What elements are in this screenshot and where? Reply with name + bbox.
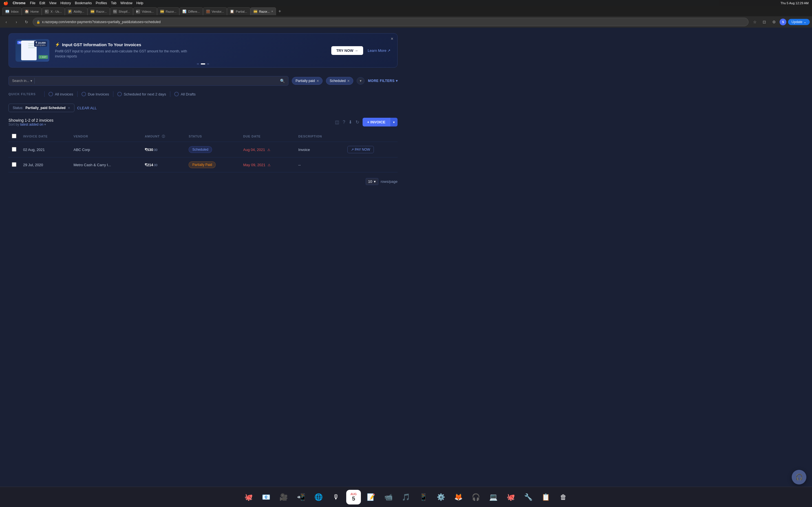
tab-label-differe: Differe... [188, 10, 200, 13]
filter-badge-close-icon[interactable]: × [68, 106, 70, 110]
tab-partial[interactable]: 📋 Partial... [227, 7, 250, 15]
qf-divider-1 [44, 91, 45, 97]
filter-tag-partially-paid[interactable]: Partially paid × [292, 77, 322, 85]
tab-favicon-shopify: 🛍 [113, 10, 117, 13]
tab-razor2[interactable]: 💳 Razor... [157, 7, 180, 15]
tab-videos[interactable]: ▶ Videos... [133, 7, 157, 15]
menu-view[interactable]: View [49, 1, 56, 5]
doc-line-3 [28, 47, 35, 48]
refresh-button[interactable]: ↻ [22, 18, 31, 26]
quick-filter-all-drafts[interactable]: All Drafts [174, 92, 196, 96]
tab-label-razor2: Razor... [166, 10, 176, 13]
address-bar[interactable]: 🔒 x.razorpay.com/vendor-payments?statuse… [33, 18, 406, 26]
tab-favicon-home: 🏠 [25, 10, 29, 13]
row-1-status: Scheduled [185, 142, 240, 158]
menu-edit[interactable]: Edit [40, 1, 45, 5]
browser-toolbar: ‹ › ↻ 🔒 x.razorpay.com/vendor-payments?s… [0, 16, 406, 27]
search-filters-row: Search in... ▾ 🔍 Partially paid × Schedu… [8, 76, 398, 86]
filter-badge-value: Partially_paid Scheduled [26, 106, 65, 110]
row-1-amount-main: ₹530 [145, 148, 153, 152]
tab-x[interactable]: ✕ X - Us... [42, 7, 65, 15]
row-2-amount-main: ₹214 [145, 163, 153, 167]
table-header: INVOICE DATE VENDOR AMOUNT ⓘ STATUS DUE … [8, 131, 398, 142]
table-row: 29 Jul, 2020 Metro Cash & Carry I... ₹21… [8, 158, 398, 172]
notes-icon-button[interactable]: ◫ [335, 119, 339, 125]
menu-tab[interactable]: Tab [111, 1, 116, 5]
search-dropdown[interactable]: Search in... ▾ [12, 79, 32, 83]
tab-razor-active[interactable]: 💳 Razor... × [250, 7, 276, 15]
col-header-vendor: VENDOR [70, 131, 142, 142]
tab-shopify[interactable]: 🛍 Shopif... [110, 7, 133, 15]
quick-filter-due-invoices[interactable]: Due Invoices [82, 92, 109, 96]
help-icon-button[interactable]: ? [343, 120, 345, 125]
lock-icon: 🔒 [36, 20, 40, 24]
col-header-amount: AMOUNT ⓘ [141, 131, 185, 142]
row-2-vendor: Metro Cash & Carry I... [70, 158, 142, 172]
qf-label-due-invoices: Due Invoices [88, 92, 109, 96]
rzp-logo-icon: ⚡ [55, 42, 60, 47]
row-2-invoice-date: 29 Jul, 2020 [20, 158, 70, 172]
add-invoice-dropdown-button[interactable]: ▾ [390, 118, 398, 126]
refresh-icon-button[interactable]: ↻ [356, 119, 359, 125]
menu-bookmarks[interactable]: Bookmarks [75, 1, 92, 5]
tab-inbox[interactable]: 📧 Inbox [2, 7, 22, 15]
menu-file[interactable]: File [30, 1, 35, 5]
sort-value-link[interactable]: latest added on [20, 122, 43, 126]
menu-help[interactable]: Help [137, 1, 144, 5]
menu-window[interactable]: Window [120, 1, 133, 5]
forward-button[interactable]: › [12, 18, 20, 26]
search-button[interactable]: 🔍 [280, 78, 285, 83]
more-filters-button[interactable]: MORE FILTERS ▾ [368, 79, 398, 83]
tab-differe[interactable]: 📊 Differe... [179, 7, 203, 15]
banner-title: ⚡ Input GST Information To Your Invoices [55, 42, 326, 47]
row-1-checkbox[interactable] [12, 147, 16, 152]
app-name: Chrome [13, 1, 26, 5]
chevron-down-icon: ▾ [360, 79, 361, 83]
row-1-amount-cents: .00 [153, 148, 157, 152]
search-container: Search in... ▾ 🔍 [8, 76, 289, 86]
tab-vendor[interactable]: 💼 Vendor... [203, 7, 227, 15]
filter-close-partially-paid-icon[interactable]: × [317, 78, 319, 83]
quick-filter-all-invoices[interactable]: All invoices [49, 92, 73, 96]
col-header-due-date: DUE DATE [240, 131, 295, 142]
gst-badge: + GST [39, 55, 48, 59]
banner-dot-3[interactable] [207, 63, 209, 64]
filter-tag-scheduled[interactable]: Scheduled × [326, 77, 353, 85]
add-invoice-button[interactable]: + INVOICE [363, 118, 390, 126]
quick-filter-scheduled-next[interactable]: Scheduled for next 2 days [117, 92, 166, 96]
download-icon-button[interactable]: ⬇ [349, 119, 352, 125]
rows-per-page-select[interactable]: 10 ▾ [366, 178, 378, 185]
new-tab-button[interactable]: + [276, 9, 283, 14]
browser-chrome: 📧 Inbox 🏠 Home ✕ X - Us... ⚡ Ability... … [0, 6, 406, 27]
clear-all-button[interactable]: CLEAR ALL [77, 106, 97, 110]
banner-dot-2[interactable] [201, 63, 205, 64]
tab-razor1[interactable]: 💳 Razor... [87, 7, 110, 15]
banner-dot-1[interactable] [197, 63, 199, 64]
try-now-button[interactable]: TRY NOW → [331, 46, 363, 55]
chevron-down-icon: ▾ [44, 122, 46, 126]
select-all-checkbox[interactable] [12, 134, 16, 138]
row-2-due-date: May 09, 2021 ⚠ [240, 158, 295, 172]
back-button[interactable]: ‹ [2, 18, 10, 26]
banner-close-button[interactable]: × [391, 36, 393, 41]
tab-label-shopify: Shopif... [119, 10, 130, 13]
menu-profiles[interactable]: Profiles [96, 1, 107, 5]
tab-ability[interactable]: ⚡ Ability... [65, 7, 87, 15]
menu-history[interactable]: History [60, 1, 71, 5]
radio-all-drafts [174, 92, 179, 96]
table-body: 02 Aug, 2021 ABC Corp ₹530.00 Scheduled … [8, 142, 398, 172]
url-text: x.razorpay.com/vendor-payments?statuses=… [42, 20, 161, 24]
apple-icon[interactable]: 🍎 [3, 1, 8, 5]
tab-home[interactable]: 🏠 Home [22, 7, 42, 15]
tab-close-icon[interactable]: × [271, 10, 273, 13]
learn-more-link[interactable]: Learn More ↗ [368, 48, 391, 53]
row-1-vendor: ABC Corp [70, 142, 142, 158]
sort-label: Sort by [8, 122, 19, 126]
search-input[interactable] [37, 79, 278, 83]
tab-label-ability: Ability... [73, 10, 84, 13]
pay-now-button-row-1[interactable]: ↗ PAY NOW [347, 146, 374, 153]
filter-close-scheduled-icon[interactable]: × [347, 78, 350, 83]
row-2-checkbox[interactable] [12, 162, 16, 167]
qf-label-scheduled-next: Scheduled for next 2 days [124, 92, 166, 96]
filter-add-dropdown[interactable]: ▾ [357, 77, 364, 84]
